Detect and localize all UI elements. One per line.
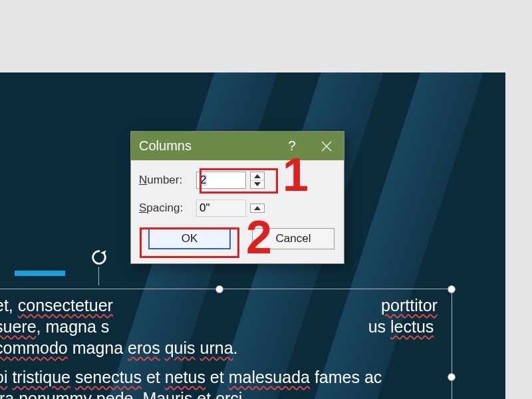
accent-bar (15, 271, 65, 276)
ok-button[interactable]: OK (148, 228, 231, 249)
spacing-label: Spacing: (139, 201, 196, 215)
callout-number-2: 2 (246, 214, 272, 261)
spinner-up-icon[interactable] (251, 172, 264, 180)
close-button[interactable] (309, 132, 344, 160)
close-icon (321, 140, 332, 152)
spinner-down-icon[interactable] (251, 180, 264, 189)
spacing-input[interactable]: 0" (196, 200, 246, 217)
textbox-selection[interactable] (0, 289, 452, 399)
rotate-handle[interactable] (90, 248, 108, 267)
callout-number-1: 1 (283, 152, 309, 198)
number-input[interactable]: 2 (196, 172, 246, 189)
dialog-titlebar[interactable]: Columns ? (131, 132, 344, 160)
resize-handle[interactable] (215, 285, 223, 293)
rotate-stick (98, 267, 99, 285)
resize-handle[interactable] (448, 373, 456, 381)
number-spinner[interactable] (250, 172, 265, 189)
number-label: Number: (139, 174, 196, 187)
dialog-title: Columns (139, 138, 192, 154)
columns-dialog: Columns ? Number: 2 Spacing: 0" (130, 131, 344, 264)
resize-handle[interactable] (448, 285, 456, 293)
